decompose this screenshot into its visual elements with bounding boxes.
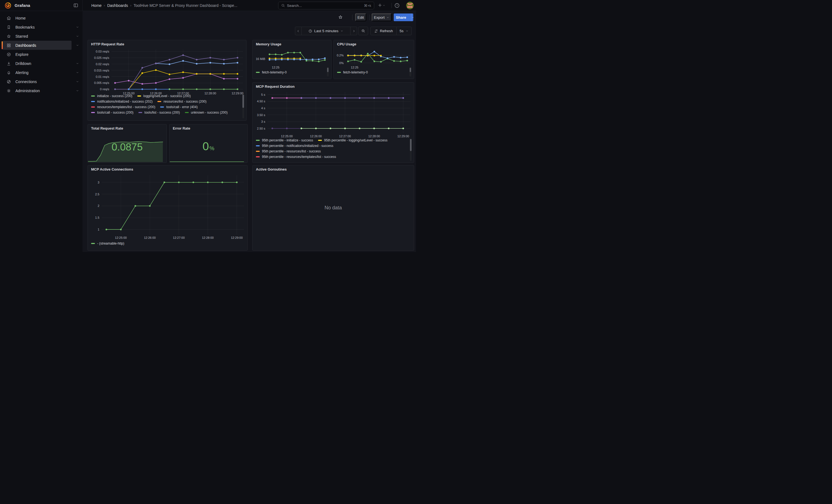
legend-item[interactable]: 95th percentile - notifications/initiali…	[256, 144, 333, 148]
export-button[interactable]: Export	[372, 14, 391, 21]
panel-title[interactable]: MCP Active Connections	[88, 165, 248, 171]
toolbar-divider	[369, 15, 370, 20]
legend-swatch	[256, 145, 260, 147]
search-icon	[281, 4, 285, 7]
collapse-sidebar-icon[interactable]	[73, 3, 78, 8]
active-connections-legend: - (streamable-http)	[91, 242, 240, 247]
legend-label: - (streamable-http)	[97, 242, 124, 245]
export-label: Export	[374, 16, 385, 20]
chevron-down-icon[interactable]	[76, 25, 79, 29]
refresh-interval-dropdown[interactable]: 5s	[397, 27, 412, 35]
sidebar-item-home[interactable]: Home	[3, 14, 72, 23]
share-dropdown-button[interactable]	[411, 14, 414, 21]
share-label[interactable]: Share	[393, 14, 410, 21]
chevron-down-icon[interactable]	[76, 71, 79, 74]
time-range-forward-button[interactable]	[350, 27, 357, 35]
legend-scrollbar[interactable]	[327, 67, 329, 77]
breadcrumb-item[interactable]: Dashboards	[107, 3, 128, 8]
memory-usage-chart[interactable]: 12:2516 MiB	[253, 47, 331, 70]
search-placeholder: Search...	[287, 4, 362, 8]
legend-item[interactable]: logging/setLevel - success (200)	[137, 94, 191, 98]
legend-item[interactable]: notifications/initialized - success (202…	[91, 100, 152, 103]
legend-item[interactable]: fetch-telemetry-0	[337, 71, 368, 74]
legend-label: 95th percentile - resources/templates/li…	[262, 155, 336, 159]
legend-item[interactable]: resources/templates/list - success (200)	[91, 105, 155, 109]
breadcrumb-item[interactable]: ToolHive MCP Server & Proxy Runner Dashb…	[134, 3, 237, 8]
sidebar-item-administration[interactable]: Administration	[3, 86, 72, 95]
svg-text:4.50 s: 4.50 s	[257, 100, 265, 103]
legend-item[interactable]: unknown - success (200)	[185, 111, 228, 114]
panel-mcp-active-connections: MCP Active Connections 12:25:0012:26:001…	[87, 165, 248, 250]
legend-item[interactable]: initialize - success (200)	[91, 94, 132, 98]
cpu-usage-chart[interactable]: 12:250.2%0%	[334, 47, 413, 70]
legend-label: initialize - success (200)	[97, 94, 132, 98]
panel-title[interactable]: Error Rate	[170, 124, 248, 130]
legend-item[interactable]: tools/call - error (404)	[160, 105, 198, 109]
chevron-down-icon[interactable]	[76, 80, 79, 83]
cpu-legend: fetch-telemetry-0	[337, 71, 407, 77]
panel-title[interactable]: Memory Usage	[253, 40, 331, 46]
zoom-out-button[interactable]	[358, 27, 368, 35]
http-request-rate-chart[interactable]: 12:25:0012:26:0012:27:0012:28:0012:29:00…	[88, 47, 246, 96]
time-range-picker[interactable]: Last 5 minutes	[302, 27, 350, 35]
sidebar-item-bookmarks[interactable]: Bookmarks	[3, 23, 72, 32]
grafana-logo-icon[interactable]	[4, 2, 11, 9]
legend-item[interactable]: 95th percentile - logging/setLevel - suc…	[318, 138, 387, 142]
sidebar-item-dashboards[interactable]: Dashboards	[3, 41, 72, 50]
time-range-back-button[interactable]	[295, 27, 302, 35]
legend-scrollbar[interactable]	[410, 139, 412, 161]
sidebar-item-explore[interactable]: Explore	[3, 50, 72, 59]
legend-item[interactable]: 95th percentile - initialize - success	[256, 138, 313, 142]
administration-icon	[6, 88, 11, 93]
panel-http-request-rate: HTTP Request Rate 12:25:0012:26:0012:27:…	[87, 40, 246, 121]
sidebar-item-connections[interactable]: Connections	[3, 77, 72, 86]
sidebar-item-starred[interactable]: Starred	[3, 32, 72, 41]
svg-text:2: 2	[98, 204, 99, 207]
legend-item[interactable]: tools/call - success (200)	[91, 111, 133, 114]
legend-item[interactable]: - (streamable-http)	[91, 242, 124, 245]
help-button[interactable]: ?	[394, 3, 400, 8]
sidebar-nav: HomeBookmarksStarredDashboardsExploreDri…	[0, 11, 82, 252]
legend-scrollbar[interactable]	[409, 67, 411, 77]
add-new-button[interactable]	[378, 3, 386, 8]
breadcrumb-item[interactable]: Home	[92, 3, 102, 8]
home-icon	[6, 16, 11, 21]
mcp-request-duration-chart[interactable]: 12:25:0012:26:0012:27:0012:28:0012:29:00…	[253, 90, 413, 139]
panel-mcp-request-duration: MCP Request Duration 12:25:0012:26:0012:…	[252, 82, 414, 163]
refresh-button[interactable]: Refresh	[370, 27, 397, 35]
legend-item[interactable]: fetch-telemetry-0	[256, 71, 287, 74]
svg-text:12:26:00: 12:26:00	[144, 236, 156, 239]
panel-title[interactable]: CPU Usage	[334, 40, 414, 46]
panel-title[interactable]: HTTP Request Rate	[88, 40, 246, 46]
user-avatar[interactable]	[406, 2, 414, 9]
legend-item[interactable]: 95th percentile - resources/list - succe…	[256, 150, 321, 153]
chevron-down-icon[interactable]	[76, 89, 79, 92]
panel-title[interactable]: MCP Request Duration	[253, 82, 414, 88]
mcp-active-connections-chart[interactable]: 12:25:0012:26:0012:27:0012:28:0012:29:00…	[88, 173, 247, 240]
legend-label: tools/call - success (200)	[97, 111, 133, 114]
legend-swatch	[318, 140, 322, 141]
chevron-down-icon[interactable]	[76, 62, 79, 65]
legend-scrollbar[interactable]	[242, 95, 244, 118]
svg-text:12:29:00: 12:29:00	[231, 236, 243, 239]
legend-swatch	[185, 112, 189, 113]
legend-item[interactable]: 95th percentile - resources/templates/li…	[256, 155, 336, 159]
legend-label: tools/call - error (404)	[166, 105, 198, 109]
edit-button[interactable]: Edit	[355, 14, 366, 21]
svg-text:0.015 req/s: 0.015 req/s	[94, 69, 109, 72]
refresh-interval-label: 5s	[399, 29, 404, 33]
favorite-star-icon[interactable]	[338, 15, 343, 20]
share-button[interactable]: Share	[394, 14, 413, 21]
search-input[interactable]: Search... ⌘+k	[278, 2, 374, 9]
chevron-down-icon[interactable]	[76, 44, 79, 47]
panel-title[interactable]: Total Request Rate	[88, 124, 166, 130]
sidebar-item-drilldown[interactable]: Drilldown	[3, 59, 72, 68]
legend-item[interactable]: tools/list - success (200)	[138, 111, 180, 114]
bookmark-icon	[6, 25, 11, 30]
legend-item[interactable]: resources/list - success (200)	[157, 100, 206, 103]
error-rate-value: 0%	[170, 140, 248, 153]
chevron-down-icon[interactable]	[76, 34, 79, 38]
svg-text:0.01 req/s: 0.01 req/s	[96, 75, 109, 78]
sidebar-item-alerting[interactable]: Alerting	[3, 68, 72, 77]
panel-cpu-usage: CPU Usage 12:250.2%0% fetch-telemetry-0	[334, 40, 414, 79]
